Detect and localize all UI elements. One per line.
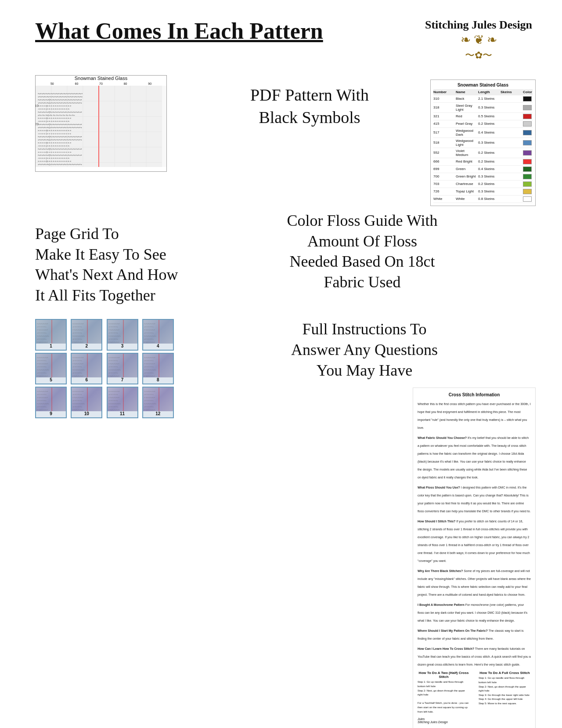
floss-cell-number: 517 [433,130,454,134]
color-swatch [523,130,532,135]
cell-num: 7 [121,377,124,382]
floss-cell-number: 703 [433,182,454,186]
floss-cell-color [523,181,533,187]
instructions-text-area: Full Instructions ToAnswer Any Questions… [193,315,536,728]
floss-cell-name: Green [456,167,476,171]
svg-text:+×·×·×·×·×·+: +×·×·×·×·×·+ [144,338,154,340]
svg-text:×+×+×+×+×+×: ×+×+×+×+×+× [72,322,84,325]
cell-svg: ×+×+×+×+×+× +×·×·×·×·×·+ ×·×+×+×+×+×· +×… [36,388,66,411]
floss-table-title: Snowman Stained Glass [433,83,533,87]
grid-page-cell: ×+×+×+×+×+× +×·×·×·×·×·+ ×·×+×+×+×+×· +×… [107,387,138,418]
floss-table-row: 518 Wedgwood Light 0.3 Skeins [433,138,533,148]
floss-cell-name: Wedgwood Light [456,139,476,147]
svg-text:+×·×·×·×·×·+: +×·×·×·×·×·+ [72,338,83,340]
svg-text:×+×+×+×+×+×+: ×+×+×+×+×+×+ [108,335,121,337]
floss-cell-length: 0.3 Skeins [478,105,499,109]
cell-pattern: ×+×+×+×+×+× +×·×·×·×·×·+ ×·×+×+×+×+×· +×… [143,354,173,377]
cs-heading: Where Should I Start My Pattern On The F… [418,629,488,632]
floss-cell-name: Steel Gray Light [456,104,476,112]
svg-text:+×·×·×·×·×·+: +×·×·×·×·×·+ [108,359,119,362]
floss-cell-name: Chartreuse [456,182,476,186]
svg-text:×·×+×+×+×+×·: ×·×+×+×+×+×· [144,329,155,331]
svg-text:+×·×·×·×·×·+: +×·×·×·×·×·+ [72,399,83,402]
svg-text:+×·×·×·×·×·+: +×·×·×·×·×·+ [37,338,47,340]
pdf-text-area: PDF Pattern WithBlack Symbols [176,75,430,129]
svg-text:×+×+×+×+×+×: ×+×+×+×+×+× [37,356,48,359]
svg-text:×+×+×+×+×+×: ×+×+×+×+×+× [144,322,155,325]
cross-stitch-info-mock: Cross Stitch Information Whether this is… [413,388,536,728]
how-to-title-2: How To Do A Full Cross Stitch [479,671,531,675]
cell-svg: ×+×+×+×+×+× +×·×·×·×·×·+ ×·×+×+×+×+×· +×… [108,354,137,377]
svg-text:+×·×·×·×·×·+: +×·×·×·×·×·+ [37,372,47,374]
svg-text:+×·×·×·×·×·+: +×·×·×·×·×·+ [37,332,47,334]
svg-text:×·×+×+×+×+×·: ×·×+×+×+×+×· [108,409,120,411]
svg-text:×·×·×·×·×|×·×·×·×·×·×·×·×·×·×·: ×·×·×·×·×|×·×·×·×·×·×·×·×·×·×·×·×·× [38,129,71,132]
svg-text:×·×+×+×+×+×·: ×·×+×+×+×+×· [37,341,48,343]
cs-paragraph-text: Why Are There Black Stitches? Some of my… [418,569,531,596]
floss-cell-length: 0.4 Skeins [478,130,499,134]
floss-col-skeins: Skeins [501,90,521,94]
cell-pattern: ×+×+×+×+×+× +×·×·×·×·×·+ ×·×+×+×+×+×· +×… [143,388,173,411]
color-swatch [523,189,532,194]
cs-heading: Why Are There Black Stitches? [418,569,463,572]
grid-page-cell: ×+×+×+×+×+× +×·×·×·×·×·+ ×·×+×+×+×+×· +×… [35,387,67,418]
floss-cell-name: Red Bright [456,159,476,163]
svg-text:+×·×·×·×·×·+: +×·×·×·×·×·+ [144,359,154,362]
logo-area: Stitching Jules Design ❧ ❦ ❧ 〜✿〜 [422,18,536,62]
cs-heading: What Floss Should You Use? [418,486,460,489]
floss-cell-color [523,150,533,156]
svg-text:+×·×·×·×·×·+: +×·×·×·×·×·+ [108,326,119,328]
cs-paragraph-text: How Should I Stitch This? If you prefer … [418,520,530,562]
cs-heading: How Can I Learn How To Cross Stitch? [418,647,474,650]
grid-page-cell: ×+×+×+×+×+× +×·×·×·×·×·+ ×·×+×+×+×+×· +×… [142,353,174,384]
grid-page-cell: ×+×+×+×+×+× +×·×·×·×·×·+ ×·×+×+×+×+×· +×… [142,319,174,351]
floss-col-name: Name [456,90,476,94]
cs-paragraph-text: Whether this is the first cross stitch p… [418,402,531,429]
grid-area: gen lines ×+×+×+×+×+×+×+×+×+×+×+×+×+×+×+… [36,86,166,167]
svg-text:×·×+×+×+×+×·: ×·×+×+×+×+×· [108,329,120,331]
color-swatch [523,196,532,202]
how-to-col-2: How To Do A Full Cross Stitch Step 1: Go… [479,671,531,714]
svg-text:+×+×+×+×+×+×+×+×+×+×+×+×+×+×+×: +×+×+×+×+×+×+×+×+×+×+×+×+×+×+×+×+×+ [38,95,83,98]
how-to-title-1: How To Do A Two (Half) Cross Stitch [418,671,470,679]
floss-cell-number: White [433,197,454,201]
svg-text:×·×·×·×·×|×·×·×·×·×·×·×·×·×·×·: ×·×·×·×·×|×·×·×·×·×·×·×·×·×·×·×·×·× [38,141,71,144]
cs-paragraph-text: How Can I Learn How To Cross Stitch? The… [418,647,531,666]
floss-cell-name: Topaz Light [456,189,476,193]
grid-page-cell: ×+×+×+×+×+× +×·×·×·×·×·+ ×·×+×+×+×+×· +×… [71,353,102,384]
cell-pattern: ×+×+×+×+×+× +×·×·×·×·×·+ ×·×+×+×+×+×· +×… [72,354,101,377]
logo-decoration: ❧ ❦ ❧ [461,33,497,47]
color-swatch [523,140,532,145]
cs-info-paragraph: How Should I Stitch This? If you prefer … [418,516,531,564]
cs-info-paragraphs: Whether this is the first cross stitch p… [418,399,531,667]
svg-text:×·×+×+×+×+×·: ×·×+×+×+×+×· [72,362,84,365]
svg-text:+×·×·×·×·×·+: +×·×·×·×·×·+ [144,372,154,374]
svg-text:+×·×·×·×·×·+: +×·×·×·×·×·+ [72,393,83,395]
color-swatch [523,167,532,172]
floss-cell-name: Pearl Gray [456,122,476,126]
floss-cell-color [523,130,533,135]
floss-cell-length: 0.3 Skeins [478,174,499,178]
svg-text:+×·×·×·×·×·+: +×·×·×·×·×·+ [37,393,47,395]
floss-col-color: Color [523,90,533,94]
svg-text:+×·×·×·×·×·+: +×·×·×·×·×·+ [108,372,119,374]
floss-cell-length: 0.5 Skeins [478,114,499,118]
cell-num: 6 [85,377,88,382]
svg-text:×·×+×+×+×+×·: ×·×+×+×+×+×· [108,341,120,343]
svg-text:·+·+·+·+·|·+·+·+·+·+·+·+·+·+·+: ·+·+·+·+·|·+·+·+·+·+·+·+·+·+·+·+·+·+ [38,132,71,135]
cell-svg: ×+×+×+×+×+× +×·×·×·×·×·+ ×·×+×+×+×+×· +×… [143,388,173,411]
svg-text:+×·×·×·×·×·+: +×·×·×·×·×·+ [37,399,47,402]
cs-info-title: Cross Stitch Information [418,392,531,397]
floss-table-row: 310 Black 2.1 Skeins [433,95,533,103]
floss-table-row: 726 Topaz Light 0.3 Skeins [433,188,533,196]
svg-text:×+×+×+×+×+×+: ×+×+×+×+×+×+ [108,402,121,405]
floss-cell-number: 699 [433,167,454,171]
cell-num: 5 [50,377,52,382]
cs-info-paragraph: Where Should I Start My Pattern On The F… [418,626,531,641]
floss-table-row: 517 Wedgwood Dark 0.4 Skeins [433,128,533,138]
floss-cell-length: 0.2 Skeins [478,182,499,186]
cs-heading: How Should I Stitch This? [418,520,455,523]
svg-text:+×·×·×·×·×·+: +×·×·×·×·×·+ [72,326,83,328]
svg-text:×·×+×+×+×+×·: ×·×+×+×+×+×· [37,362,48,365]
pattern-image-wrapper: Snowman Stained Glass 5060708090 gen lin… [35,75,176,172]
